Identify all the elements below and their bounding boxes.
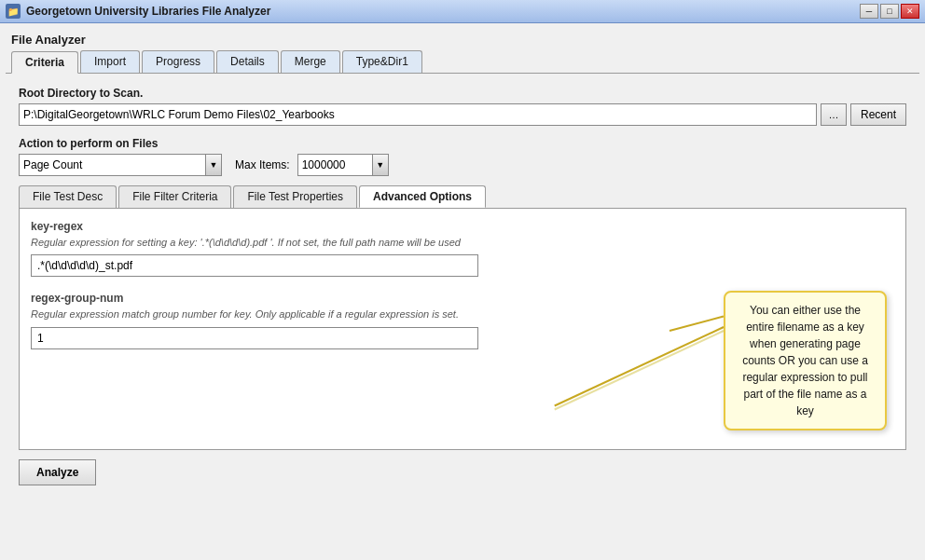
tab-import[interactable]: Import <box>80 50 140 73</box>
key-regex-group: key-regex Regular expression for setting… <box>31 220 894 277</box>
regex-group-num-input[interactable] <box>31 327 478 349</box>
key-regex-desc: Regular expression for setting a key: '.… <box>31 236 894 250</box>
sub-tab-file-test-properties[interactable]: File Test Properties <box>233 185 357 208</box>
minimize-button[interactable]: ─ <box>860 4 878 19</box>
max-items-arrow[interactable]: ▼ <box>372 154 389 176</box>
tab-criteria[interactable]: Criteria <box>11 51 78 74</box>
maximize-button[interactable]: □ <box>880 4 899 19</box>
advanced-options-panel: key-regex Regular expression for setting… <box>19 208 906 450</box>
key-regex-input[interactable] <box>31 254 478 277</box>
sub-tab-file-test-desc[interactable]: File Test Desc <box>19 185 117 208</box>
browse-button[interactable]: … <box>821 103 847 126</box>
app-icon: 📁 <box>6 4 21 19</box>
tab-details[interactable]: Details <box>216 50 279 73</box>
dir-row: … Recent <box>19 103 906 126</box>
sub-tab-advanced-options[interactable]: Advanced Options <box>359 185 486 208</box>
tooltip-bubble: You can either use the entire filename a… <box>724 291 887 430</box>
analyze-button[interactable]: Analyze <box>19 459 96 485</box>
tooltip-text: You can either use the entire filename a… <box>742 304 868 417</box>
tab-merge[interactable]: Merge <box>281 50 340 73</box>
max-items-label: Max Items: <box>235 158 290 171</box>
panel-title: File Analyzer <box>6 29 919 50</box>
key-regex-label: key-regex <box>31 220 894 233</box>
action-select[interactable]: Page Count <box>19 154 205 176</box>
sub-tab-file-filter-criteria[interactable]: File Filter Criteria <box>118 185 231 208</box>
window-title: Georgetown University Libraries File Ana… <box>26 5 854 18</box>
root-dir-label: Root Directory to Scan. <box>19 87 906 100</box>
close-button[interactable]: ✕ <box>901 4 919 19</box>
recent-button[interactable]: Recent <box>850 103 906 126</box>
action-select-arrow[interactable]: ▼ <box>205 154 222 176</box>
max-items-input[interactable] <box>297 154 372 176</box>
title-bar: 📁 Georgetown University Libraries File A… <box>0 0 925 23</box>
dir-input[interactable] <box>19 103 817 126</box>
max-items-wrap: ▼ <box>297 154 389 176</box>
sub-tabs-row: File Test Desc File Filter Criteria File… <box>19 185 906 208</box>
tab-progress[interactable]: Progress <box>142 50 214 73</box>
criteria-form: Root Directory to Scan. … Recent Action … <box>6 83 919 489</box>
action-select-wrap: Page Count ▼ <box>19 154 222 176</box>
main-tabs-row: Criteria Import Progress Details Merge T… <box>6 50 919 74</box>
window-controls: ─ □ ✕ <box>860 4 919 19</box>
tab-type-dir1[interactable]: Type&Dir1 <box>342 50 422 73</box>
main-content: File Analyzer Criteria Import Progress D… <box>0 23 925 495</box>
action-label: Action to perform on Files <box>19 137 906 150</box>
action-row: Page Count ▼ Max Items: ▼ <box>19 154 906 176</box>
